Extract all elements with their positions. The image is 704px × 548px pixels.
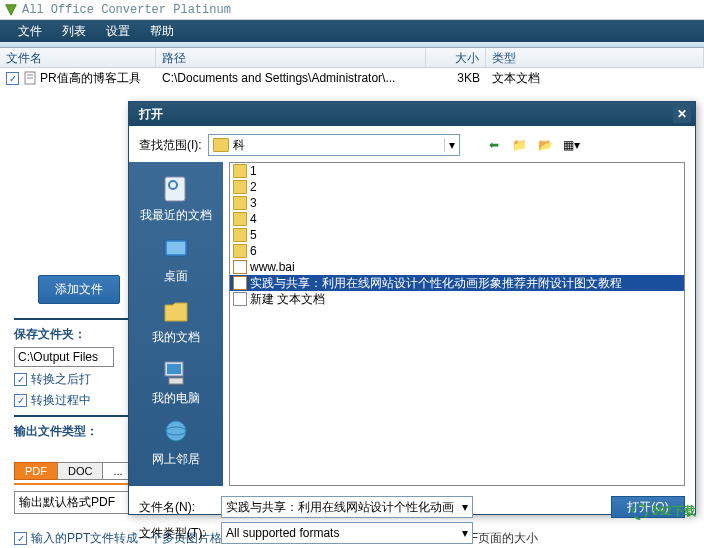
filename-label: 文件名(N): <box>139 499 207 516</box>
filetype-combo[interactable]: All supported formats ▾ <box>221 522 473 544</box>
sidebar-label: 网上邻居 <box>152 451 200 468</box>
col-header-size[interactable]: 大小 <box>426 48 486 67</box>
save-folder-input[interactable] <box>14 347 114 367</box>
check-icon: ✓ <box>14 394 27 407</box>
file-item[interactable]: 1 <box>230 163 684 179</box>
left-panel: 添加文件 保存文件夹： ✓ 转换之后打 ✓ 转换过程中 输出文件类型： <box>14 275 144 444</box>
col-header-name[interactable]: 文件名 <box>0 48 156 67</box>
sidebar-mydocs[interactable]: 我的文档 <box>129 292 223 349</box>
checkbox-open-after[interactable]: ✓ 转换之后打 <box>14 371 144 388</box>
row-type: 文本文档 <box>486 70 704 87</box>
app-logo-icon <box>4 3 18 17</box>
filename-combo[interactable]: 实践与共享：利用在线网站设计个性化动画 ▾ <box>221 496 473 518</box>
check-icon: ✓ <box>14 373 27 386</box>
view-icon[interactable]: ▦▾ <box>562 136 582 154</box>
check-icon: ✓ <box>14 532 27 545</box>
file-item[interactable]: 3 <box>230 195 684 211</box>
desktop-icon <box>159 234 193 266</box>
up-folder-icon[interactable]: 📁 <box>510 136 530 154</box>
menu-help[interactable]: 帮助 <box>140 21 184 42</box>
lookin-value: 科 <box>233 137 245 154</box>
file-item[interactable]: 4 <box>230 211 684 227</box>
output-tabs: PDF DOC ... <box>14 462 133 480</box>
lookin-label: 查找范围(I): <box>139 137 202 154</box>
recent-docs-icon <box>159 173 193 205</box>
folder-icon <box>213 138 229 152</box>
sidebar-desktop[interactable]: 桌面 <box>129 231 223 288</box>
checkbox-label: 转换过程中 <box>31 392 91 409</box>
file-item[interactable]: www.bai <box>230 259 684 275</box>
dialog-file-list[interactable]: 1 2 3 4 5 6 www.bai 实践与共享：利用在线网站设计个性化动画形… <box>229 162 685 486</box>
folder-icon <box>233 212 247 226</box>
sidebar-label: 我最近的文档 <box>140 207 212 224</box>
folder-icon <box>233 244 247 258</box>
menu-list[interactable]: 列表 <box>52 21 96 42</box>
save-folder-label: 保存文件夹： <box>14 326 144 343</box>
file-item[interactable]: 5 <box>230 227 684 243</box>
network-icon <box>159 417 193 449</box>
html-file-icon <box>233 276 247 290</box>
file-item-selected[interactable]: 实践与共享：利用在线网站设计个性化动画形象推荐并附设计图文教程 <box>230 275 684 291</box>
row-checkbox[interactable]: ✓ <box>6 72 19 85</box>
folder-icon <box>233 196 247 210</box>
file-item[interactable]: 2 <box>230 179 684 195</box>
open-dialog: 打开 ✕ 查找范围(I): 科 ▾ ⬅ 📁 📂 ▦▾ 我最近的文档 桌面 <box>128 101 696 515</box>
checkbox-process[interactable]: ✓ 转换过程中 <box>14 392 144 409</box>
menu-file[interactable]: 文件 <box>8 21 52 42</box>
svg-rect-8 <box>167 364 181 374</box>
tab-doc[interactable]: DOC <box>57 462 103 480</box>
lookin-row: 查找范围(I): 科 ▾ ⬅ 📁 📂 ▦▾ <box>129 126 695 162</box>
file-item[interactable]: 新建 文本文档 <box>230 291 684 307</box>
divider <box>14 318 144 320</box>
lookin-combo[interactable]: 科 ▾ <box>208 134 460 156</box>
watermark-icon <box>632 504 648 520</box>
filename-value: 实践与共享：利用在线网站设计个性化动画 <box>226 499 454 516</box>
chevron-down-icon: ▾ <box>444 138 455 152</box>
dropdown-value: 输出默认格式PDF <box>19 494 115 511</box>
new-folder-icon[interactable]: 📂 <box>536 136 556 154</box>
sidebar-mycomputer[interactable]: 我的电脑 <box>129 353 223 410</box>
folder-icon <box>233 228 247 242</box>
menu-settings[interactable]: 设置 <box>96 21 140 42</box>
filetype-label: 文件类型(T): <box>139 525 207 542</box>
folder-icon <box>233 180 247 194</box>
text-file-icon <box>233 292 247 306</box>
chevron-down-icon: ▾ <box>462 526 468 540</box>
file-table: 文件名 路径 大小 类型 ✓ PR值高的博客工具 C:\Documents an… <box>0 48 704 88</box>
col-header-path[interactable]: 路径 <box>156 48 426 67</box>
row-name: PR值高的博客工具 <box>40 70 141 87</box>
sidebar-recent[interactable]: 我最近的文档 <box>129 170 223 227</box>
dialog-titlebar: 打开 ✕ <box>129 102 695 126</box>
close-icon[interactable]: ✕ <box>673 105 691 123</box>
sidebar-network[interactable]: 网上邻居 <box>129 414 223 471</box>
col-header-type[interactable]: 类型 <box>486 48 704 67</box>
table-header: 文件名 路径 大小 类型 <box>0 48 704 68</box>
output-type-label: 输出文件类型： <box>14 423 144 440</box>
app-title: All Office Converter Platinum <box>22 3 231 17</box>
svg-rect-6 <box>167 242 185 254</box>
watermark: 592下载 <box>632 503 696 520</box>
tab-pdf[interactable]: PDF <box>14 462 58 480</box>
sidebar-label: 我的电脑 <box>152 390 200 407</box>
menubar: 文件 列表 设置 帮助 <box>0 20 704 42</box>
file-item[interactable]: 6 <box>230 243 684 259</box>
text-file-icon <box>23 71 37 85</box>
titlebar: All Office Converter Platinum <box>0 0 704 20</box>
divider <box>14 415 144 417</box>
back-icon[interactable]: ⬅ <box>484 136 504 154</box>
row-path: C:\Documents and Settings\Administrator\… <box>156 71 426 85</box>
svg-point-10 <box>166 421 186 441</box>
row-size: 3KB <box>426 71 486 85</box>
add-file-button[interactable]: 添加文件 <box>38 275 120 304</box>
checkbox-label: 转换之后打 <box>31 371 91 388</box>
output-default-dropdown[interactable]: 输出默认格式PDF ▾ <box>14 491 144 514</box>
dialog-sidebar: 我最近的文档 桌面 我的文档 我的电脑 网上邻居 <box>129 162 223 486</box>
table-row[interactable]: ✓ PR值高的博客工具 C:\Documents and Settings\Ad… <box>0 68 704 88</box>
html-file-icon <box>233 260 247 274</box>
sidebar-label: 我的文档 <box>152 329 200 346</box>
dialog-bottom: 文件名(N): 实践与共享：利用在线网站设计个性化动画 ▾ 打开(O) 文件类型… <box>129 486 695 548</box>
watermark-text: 592下载 <box>652 503 696 520</box>
dialog-title: 打开 <box>139 106 163 123</box>
mydocs-icon <box>159 295 193 327</box>
sidebar-label: 桌面 <box>164 268 188 285</box>
